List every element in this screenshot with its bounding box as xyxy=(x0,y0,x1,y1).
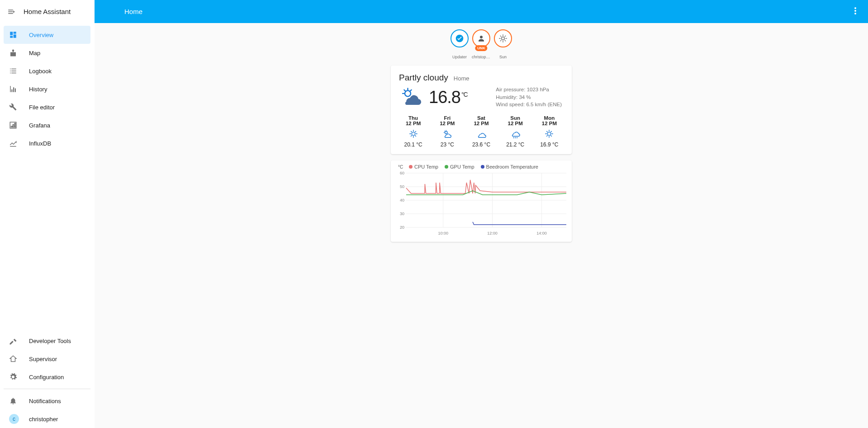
list-icon xyxy=(9,67,17,75)
chart-bar-icon xyxy=(9,85,17,93)
nav-label: Overview xyxy=(29,32,53,38)
weather-card[interactable]: Partly cloudy Home 16.8°C Air pressure: … xyxy=(391,66,572,154)
nav-developer-tools[interactable]: Developer Tools xyxy=(4,332,90,350)
topbar: Home xyxy=(95,0,868,23)
nav-configuration[interactable]: Configuration xyxy=(4,368,90,386)
legend-item[interactable]: CPU Temp xyxy=(409,164,438,169)
nav-logbook[interactable]: Logbook xyxy=(4,62,90,80)
forecast-day: Fri12 PM23 °C xyxy=(430,115,464,148)
svg-line-17 xyxy=(404,90,405,91)
entity-badges: Updater UNK christoph... Sun xyxy=(450,29,512,59)
divider xyxy=(4,389,90,389)
temperature-chart-card[interactable]: °C CPU Temp GPU Temp Beedroom Temperatur… xyxy=(391,160,572,242)
nav-label: Grafana xyxy=(29,122,50,129)
svg-text:12:00: 12:00 xyxy=(487,231,498,235)
badge-label: christoph... xyxy=(472,55,491,59)
nav-label: History xyxy=(29,86,47,93)
nav-label: InfluxDB xyxy=(29,140,51,147)
nav-label: Map xyxy=(29,50,40,56)
overflow-menu-icon[interactable] xyxy=(852,5,859,19)
weather-forecast: Thu12 PM20.1 °CFri12 PM23 °CSat12 PM23.6… xyxy=(391,113,572,154)
chart-line-icon xyxy=(9,139,17,147)
badge-tag: UNK xyxy=(475,45,487,51)
svg-line-13 xyxy=(505,36,506,37)
grafana-icon xyxy=(9,121,17,129)
nav-file-editor[interactable]: File editor xyxy=(4,98,90,116)
svg-line-18 xyxy=(410,90,411,91)
hammer-icon xyxy=(9,337,17,345)
svg-point-1 xyxy=(854,10,856,12)
sun-icon xyxy=(494,29,512,47)
svg-point-2 xyxy=(854,13,856,14)
legend-item[interactable]: Beedroom Temperature xyxy=(481,164,538,169)
check-circle-icon xyxy=(451,29,469,47)
svg-line-26 xyxy=(411,136,412,136)
weather-partly-cloudy-icon xyxy=(399,85,422,109)
avatar: c xyxy=(9,414,19,424)
sidebar: Home Assistant Overview Map Logbook Hist… xyxy=(0,0,95,428)
svg-point-28 xyxy=(445,132,447,134)
badge-label: Updater xyxy=(452,55,467,59)
app-title: Home Assistant xyxy=(24,8,71,15)
svg-line-25 xyxy=(415,136,416,136)
forecast-day: Mon12 PM16.9 °C xyxy=(532,115,566,148)
svg-line-10 xyxy=(500,36,501,37)
home-assistant-icon xyxy=(9,355,17,363)
svg-line-42 xyxy=(547,136,548,136)
svg-point-14 xyxy=(405,90,411,96)
forecast-day: Thu12 PM20.1 °C xyxy=(396,115,430,148)
svg-line-31 xyxy=(444,131,445,132)
svg-point-5 xyxy=(502,37,505,40)
main: Home Updater UNK christoph... xyxy=(95,0,868,428)
nav-history[interactable]: History xyxy=(4,80,90,98)
chart-y-unit: °C xyxy=(398,165,403,169)
gear-icon xyxy=(9,373,17,381)
weather-wind: Wind speed: 6.5 km/h (ENE) xyxy=(496,101,562,108)
nav-influxdb[interactable]: InfluxDB xyxy=(4,134,90,152)
svg-line-24 xyxy=(411,132,412,132)
nav-label: christopher xyxy=(29,416,58,423)
svg-line-11 xyxy=(505,40,506,41)
weather-condition: Partly cloudy xyxy=(399,73,448,83)
badge-sun[interactable]: Sun xyxy=(493,29,512,59)
svg-line-41 xyxy=(551,136,552,136)
nav-label: Logbook xyxy=(29,68,52,75)
nav-grafana[interactable]: Grafana xyxy=(4,116,90,134)
svg-point-35 xyxy=(548,132,551,135)
forecast-day: Sat12 PM23.6 °C xyxy=(464,115,498,148)
weather-humidity: Humidity: 34 % xyxy=(496,94,562,101)
content: Updater UNK christoph... Sun Partly clou… xyxy=(95,23,868,428)
bell-icon xyxy=(9,397,17,405)
nav-label: Supervisor xyxy=(29,356,57,362)
legend-item[interactable]: GPU Temp xyxy=(445,164,474,169)
svg-line-12 xyxy=(500,40,501,41)
badge-person[interactable]: UNK christoph... xyxy=(472,29,491,59)
svg-text:14:00: 14:00 xyxy=(536,231,547,235)
svg-line-40 xyxy=(547,132,548,132)
nav-overview[interactable]: Overview xyxy=(4,26,90,44)
nav-notifications[interactable]: Notifications xyxy=(4,392,90,410)
nav-supervisor[interactable]: Supervisor xyxy=(4,350,90,368)
nav-label: Developer Tools xyxy=(29,338,71,344)
weather-extra: Air pressure: 1023 hPa Humidity: 34 % Wi… xyxy=(496,86,564,108)
svg-line-33 xyxy=(515,137,516,138)
svg-point-4 xyxy=(480,36,483,38)
weather-location: Home xyxy=(454,75,470,82)
badge-label: Sun xyxy=(499,55,507,59)
svg-text:30: 30 xyxy=(400,212,404,216)
wrench-icon xyxy=(9,103,17,111)
nav-map[interactable]: Map xyxy=(4,44,90,62)
badge-updater[interactable]: Updater xyxy=(450,29,469,59)
svg-text:60: 60 xyxy=(400,171,404,175)
menu-collapse-icon[interactable] xyxy=(7,8,15,16)
nav-label: Configuration xyxy=(29,374,64,381)
svg-text:40: 40 xyxy=(400,198,404,202)
svg-line-43 xyxy=(551,132,552,132)
svg-line-32 xyxy=(514,137,514,138)
dashboard-icon xyxy=(9,31,17,39)
svg-point-19 xyxy=(412,132,415,135)
nav-user[interactable]: c christopher xyxy=(4,410,90,428)
svg-text:10:00: 10:00 xyxy=(438,231,448,235)
nav-label: Notifications xyxy=(29,398,61,404)
svg-point-0 xyxy=(854,7,856,9)
